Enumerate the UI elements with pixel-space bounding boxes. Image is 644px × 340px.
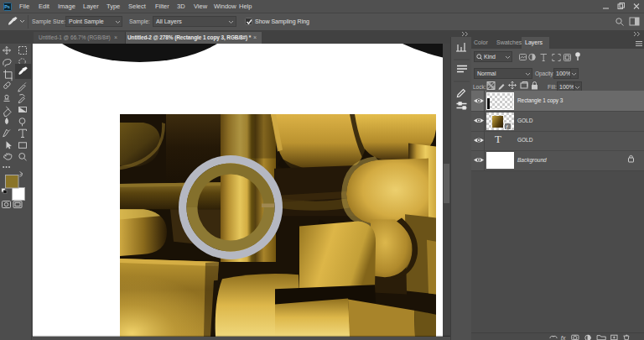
svg-text:ƒ: ƒ bbox=[506, 124, 508, 129]
svg-text:fx: fx bbox=[561, 334, 566, 340]
